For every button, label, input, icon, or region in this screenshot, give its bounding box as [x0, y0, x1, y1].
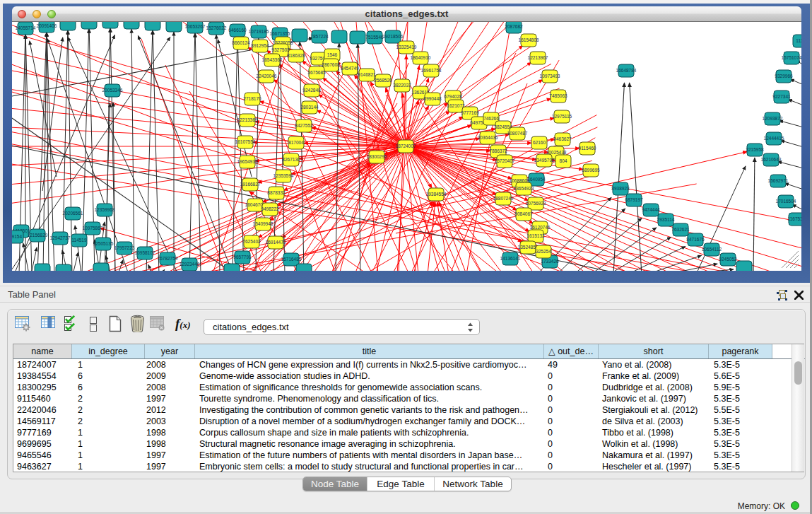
- svg-text:18724007: 18724007: [396, 144, 416, 148]
- svg-text:15692971: 15692971: [768, 178, 789, 183]
- svg-text:6899695: 6899695: [582, 168, 600, 173]
- svg-text:12353594: 12353594: [273, 173, 294, 178]
- svg-text:62160: 62160: [533, 140, 546, 145]
- svg-text:10653267: 10653267: [185, 24, 206, 29]
- svg-text:1640954: 1640954: [527, 177, 546, 182]
- svg-text:39154: 39154: [12, 234, 22, 239]
- svg-text:10654112: 10654112: [702, 247, 722, 252]
- svg-text:16120746: 16120746: [530, 225, 551, 230]
- svg-text:12942737: 12942737: [50, 235, 71, 240]
- svg-text:3822037: 3822037: [393, 83, 411, 88]
- svg-text:13495798: 13495798: [534, 158, 555, 163]
- svg-text:8938923: 8938923: [611, 186, 630, 191]
- svg-text:6879197: 6879197: [625, 197, 643, 202]
- svg-text:9115460: 9115460: [579, 146, 596, 151]
- svg-text:17957223: 17957223: [114, 245, 135, 250]
- svg-text:8267130: 8267130: [282, 157, 300, 162]
- svg-text:114519: 114519: [71, 238, 87, 243]
- svg-text:3675685: 3675685: [307, 70, 326, 75]
- svg-text:14055714: 14055714: [16, 25, 36, 30]
- svg-text:9777169: 9777169: [461, 110, 479, 115]
- svg-text:817004: 817004: [288, 140, 304, 145]
- svg-text:2935114: 2935114: [657, 217, 675, 222]
- svg-text:8990448: 8990448: [423, 96, 442, 101]
- svg-text:1615132: 1615132: [526, 233, 545, 238]
- svg-text:22420046: 22420046: [257, 74, 277, 78]
- svg-text:8471676: 8471676: [686, 237, 705, 242]
- svg-text:13654923: 13654923: [514, 186, 534, 191]
- svg-text:16210643: 16210643: [761, 157, 782, 162]
- svg-text:9498222: 9498222: [261, 206, 279, 211]
- svg-text:10973493: 10973493: [540, 74, 560, 78]
- svg-text:10975867: 10975867: [83, 226, 103, 230]
- svg-text:10756923: 10756923: [526, 201, 546, 206]
- svg-text:9245052: 9245052: [719, 257, 737, 262]
- svg-text:8186328: 8186328: [287, 53, 305, 58]
- svg-text:20206561: 20206561: [63, 211, 83, 216]
- svg-text:804: 804: [560, 158, 567, 163]
- svg-text:19166827: 19166827: [240, 182, 261, 187]
- svg-text:1733426: 1733426: [541, 259, 559, 264]
- svg-text:12359968: 12359968: [95, 207, 115, 212]
- svg-text:18300295: 18300295: [367, 154, 387, 159]
- svg-text:9227341: 9227341: [772, 94, 791, 99]
- svg-text:9146821: 9146821: [358, 72, 376, 77]
- svg-text:3215958: 3215958: [746, 147, 764, 152]
- svg-text:20091406: 20091406: [37, 23, 57, 28]
- svg-text:14136141: 14136141: [500, 256, 521, 261]
- svg-text:10807487: 10807487: [507, 131, 528, 136]
- svg-text:20053346: 20053346: [102, 88, 123, 93]
- svg-text:7515546: 7515546: [365, 35, 384, 40]
- svg-text:7625402: 7625402: [242, 239, 261, 244]
- svg-text:9329966: 9329966: [775, 74, 793, 78]
- svg-text:12156829: 12156829: [28, 233, 48, 238]
- svg-text:2087682: 2087682: [505, 24, 523, 29]
- svg-text:8912954: 8912954: [251, 43, 269, 48]
- svg-text:9084067: 9084067: [514, 211, 533, 216]
- svg-text:18807249: 18807249: [493, 196, 514, 201]
- svg-text:16154808: 16154808: [519, 37, 539, 42]
- svg-text:9657791: 9657791: [233, 255, 252, 259]
- svg-text:1112: 1112: [796, 38, 801, 43]
- svg-text:19384554: 19384554: [426, 192, 447, 197]
- svg-text:7632621: 7632621: [671, 227, 690, 232]
- svg-text:12505135: 12505135: [93, 241, 114, 246]
- svg-text:8454749: 8454749: [341, 66, 359, 71]
- svg-text:16914479: 16914479: [266, 240, 286, 245]
- svg-text:9463627: 9463627: [553, 136, 572, 141]
- svg-text:16648784: 16648784: [616, 68, 637, 73]
- svg-text:19654935: 19654935: [237, 159, 258, 164]
- svg-text:16961758: 16961758: [421, 68, 442, 73]
- svg-text:15751074: 15751074: [782, 55, 801, 60]
- svg-text:15276022: 15276022: [206, 25, 227, 30]
- svg-text:1546: 1546: [327, 52, 338, 57]
- svg-text:16782759: 16782759: [158, 256, 178, 261]
- svg-text:16107554: 16107554: [235, 139, 256, 144]
- svg-text:325254: 325254: [536, 249, 551, 254]
- svg-text:8660124: 8660124: [232, 40, 250, 45]
- svg-text:16671355: 16671355: [270, 31, 290, 36]
- svg-text:746266: 746266: [483, 116, 499, 121]
- svg-text:7485063: 7485063: [549, 93, 567, 98]
- svg-text:12213967: 12213967: [528, 55, 548, 60]
- svg-text:7886372: 7886372: [489, 148, 507, 153]
- svg-text:2803144: 2803144: [300, 105, 319, 110]
- svg-text:12975115: 12975115: [552, 114, 572, 119]
- svg-text:13325419: 13325419: [396, 45, 417, 49]
- svg-text:12923446: 12923446: [180, 262, 200, 267]
- svg-text:2867608: 2867608: [322, 62, 340, 67]
- svg-text:6466160: 6466160: [228, 28, 247, 33]
- svg-text:18640910: 18640910: [411, 55, 431, 60]
- svg-text:12093872: 12093872: [763, 116, 783, 121]
- svg-text:1621072: 1621072: [447, 103, 465, 108]
- svg-text:12213369: 12213369: [237, 117, 258, 122]
- svg-text:6794028: 6794028: [444, 94, 462, 99]
- svg-text:8878332: 8878332: [267, 190, 286, 195]
- svg-text:17016504: 17016504: [776, 199, 796, 204]
- svg-text:10719185: 10719185: [249, 29, 269, 34]
- svg-text:15720407: 15720407: [495, 158, 515, 163]
- svg-text:7857224: 7857224: [310, 34, 329, 39]
- svg-text:16543362: 16543362: [262, 57, 283, 62]
- svg-text:15409948: 15409948: [253, 221, 273, 226]
- svg-text:12444415: 12444415: [764, 136, 784, 141]
